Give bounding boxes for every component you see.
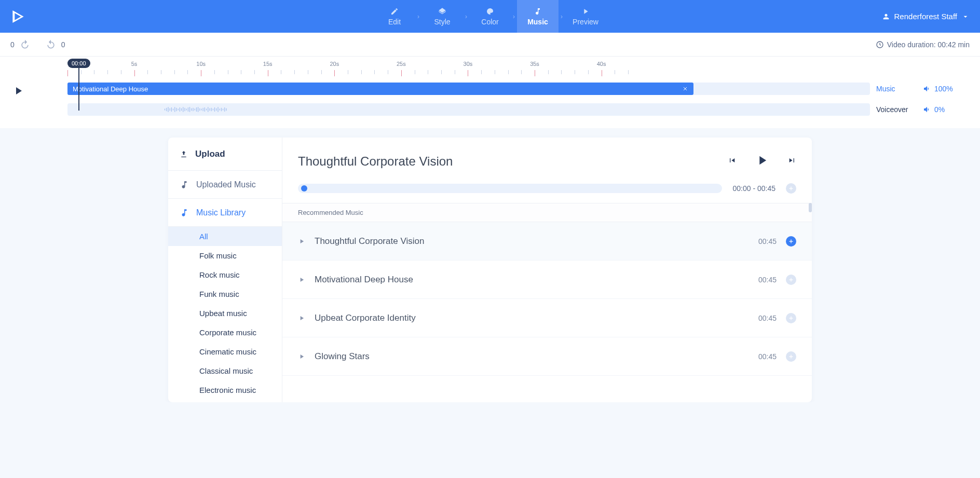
play-button[interactable]: [755, 153, 769, 170]
track-row[interactable]: Motivational Deep House00:45: [282, 261, 812, 299]
user-name: Renderforest Staff: [894, 12, 957, 21]
chevron-right-icon: ›: [463, 13, 469, 20]
timeline-ruler[interactable]: 5s10s15s20s25s30s35s40s: [67, 61, 970, 78]
add-track-button[interactable]: [786, 275, 796, 285]
voiceover-label: Voiceover: [876, 105, 918, 114]
nav-edit[interactable]: Edit: [374, 0, 415, 33]
music-volume[interactable]: 100%: [923, 85, 970, 93]
plus-icon: [788, 353, 794, 360]
voiceover-volume[interactable]: 0%: [923, 105, 970, 114]
category-corporate-music[interactable]: Corporate music: [168, 323, 282, 342]
chevron-right-icon: ›: [559, 13, 565, 20]
upload-button[interactable]: Upload: [168, 138, 282, 171]
track-duration: 00:45: [758, 276, 777, 284]
volume-icon: [923, 85, 931, 93]
category-folk-music[interactable]: Folk music: [168, 246, 282, 265]
nav-style[interactable]: Style: [421, 0, 463, 33]
video-duration: Video duration: 00:42 min: [876, 40, 970, 49]
add-track-button[interactable]: [786, 313, 796, 323]
category-funk-music[interactable]: Funk music: [168, 284, 282, 304]
track-name: Thoughtful Corporate Vision: [315, 236, 749, 247]
undo-icon[interactable]: [20, 39, 30, 50]
category-electronic-music[interactable]: Electronic music: [168, 380, 282, 400]
track-row[interactable]: Glowing Stars00:45: [282, 337, 812, 376]
redo-count: 0: [61, 40, 65, 49]
step-nav: Edit›Style›Color›Music›Preview: [374, 0, 606, 33]
timeline-panel: 5s10s15s20s25s30s35s40s 00:00 Motivation…: [0, 57, 980, 128]
next-track-button[interactable]: [788, 156, 796, 167]
clock-icon: [876, 40, 884, 49]
logo[interactable]: [0, 8, 36, 25]
music-note-icon: [180, 208, 189, 217]
category-classical-music[interactable]: Classical music: [168, 361, 282, 380]
track-name: Glowing Stars: [315, 351, 749, 362]
track-list: Thoughtful Corporate Vision00:45Motivati…: [282, 222, 812, 402]
category-all[interactable]: All: [168, 227, 282, 246]
music-sidebar: Upload Uploaded Music Music Library AllF…: [168, 138, 282, 402]
chevron-down-icon: [961, 12, 970, 21]
seek-handle[interactable]: [301, 185, 307, 192]
timeline-play-icon[interactable]: [12, 85, 24, 97]
track-duration: 00:45: [758, 352, 777, 361]
plus-icon: [788, 238, 794, 244]
music-note-icon: [180, 180, 189, 189]
play-icon: [581, 7, 590, 16]
add-track-button[interactable]: [786, 236, 796, 247]
play-icon[interactable]: [298, 238, 305, 245]
scrollbar[interactable]: [809, 203, 812, 212]
uploaded-music-tab[interactable]: Uploaded Music: [168, 171, 282, 199]
plus-icon: [788, 185, 794, 192]
plus-icon: [788, 315, 794, 321]
pencil-icon: [390, 7, 399, 16]
nav-music[interactable]: Music: [517, 0, 559, 33]
note-icon: [534, 7, 542, 16]
remove-track-icon[interactable]: [682, 86, 688, 92]
track-duration: 00:45: [758, 237, 777, 245]
track-name: Motivational Deep House: [315, 275, 749, 285]
category-rock-music[interactable]: Rock music: [168, 265, 282, 284]
section-header: Recommended Music: [282, 203, 812, 222]
prev-track-button[interactable]: [728, 156, 736, 167]
play-icon[interactable]: [298, 315, 305, 322]
category-cinematic-music[interactable]: Cinematic music: [168, 342, 282, 361]
user-icon: [882, 12, 890, 21]
user-menu[interactable]: Renderforest Staff: [882, 12, 970, 21]
track-duration: 00:45: [758, 314, 777, 322]
add-track-button[interactable]: [786, 183, 796, 194]
music-panel: Upload Uploaded Music Music Library AllF…: [168, 138, 812, 402]
nav-color[interactable]: Color: [469, 0, 511, 33]
undo-count: 0: [10, 40, 15, 49]
music-library-tab[interactable]: Music Library: [168, 199, 282, 227]
plus-icon: [788, 277, 794, 283]
volume-icon: [923, 105, 931, 114]
waveform-icon: [164, 106, 247, 113]
now-playing-title: Thoughtful Corporate Vision: [298, 154, 453, 169]
track-name: Upbeat Corporate Identity: [315, 313, 749, 323]
add-track-button[interactable]: [786, 351, 796, 362]
nav-preview[interactable]: Preview: [565, 0, 606, 33]
play-icon[interactable]: [298, 276, 305, 283]
track-row[interactable]: Upbeat Corporate Identity00:45: [282, 299, 812, 337]
toolbar: 0 0 Video duration: 00:42 min: [0, 33, 980, 57]
music-label: Music: [876, 85, 918, 93]
seek-bar[interactable]: [298, 184, 722, 193]
category-list: AllFolk musicRock musicFunk musicUpbeat …: [168, 227, 282, 402]
layers-icon: [438, 7, 446, 16]
palette-icon: [486, 7, 494, 16]
music-track[interactable]: Motivational Deep House: [67, 83, 870, 95]
chevron-right-icon: ›: [511, 13, 517, 20]
chevron-right-icon: ›: [415, 13, 421, 20]
player-controls: [728, 153, 796, 170]
app-header: Edit›Style›Color›Music›Preview Renderfor…: [0, 0, 980, 33]
upload-icon: [180, 150, 188, 158]
track-row[interactable]: Thoughtful Corporate Vision00:45: [282, 222, 812, 261]
redo-icon[interactable]: [46, 39, 56, 50]
category-upbeat-music[interactable]: Upbeat music: [168, 304, 282, 323]
play-icon[interactable]: [298, 353, 305, 360]
music-content: Thoughtful Corporate Vision 00:00 - 00:4…: [282, 138, 812, 402]
playhead[interactable]: 00:00: [67, 59, 90, 111]
voiceover-track[interactable]: [67, 103, 870, 116]
time-range: 00:00 - 00:45: [732, 184, 775, 193]
